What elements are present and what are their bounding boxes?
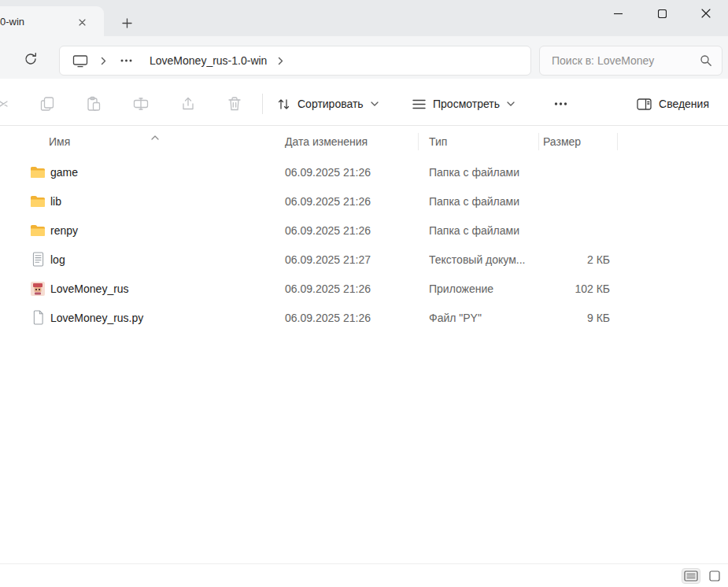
folder-icon <box>30 166 46 179</box>
column-header-type[interactable]: Тип <box>429 126 447 157</box>
file-icon <box>30 310 46 326</box>
command-toolbar: Сортировать Просмотреть Сведения <box>0 79 728 126</box>
explorer-tab[interactable]: 0-win <box>0 6 104 36</box>
sort-label: Сортировать <box>297 98 364 110</box>
file-row[interactable]: log 06.09.2025 21:27 Текстовый докум... … <box>0 245 728 274</box>
file-date-modified: 06.09.2025 21:26 <box>285 282 371 295</box>
breadcrumb-ellipsis-button[interactable] <box>117 54 135 67</box>
close-icon <box>79 19 86 26</box>
file-icon <box>30 164 46 180</box>
file-icon <box>30 223 46 238</box>
rename-button[interactable] <box>127 90 155 118</box>
more-options-button[interactable] <box>546 90 575 118</box>
details-view-toggle[interactable] <box>682 569 700 583</box>
maximize-icon <box>658 9 667 18</box>
column-headers: Имя Дата изменения Тип Размер <box>0 126 728 157</box>
file-row[interactable]: lib 06.09.2025 21:26 Папка с файлами <box>0 186 728 216</box>
ellipsis-icon <box>554 102 567 105</box>
search-input[interactable] <box>540 46 697 75</box>
address-bar[interactable]: LoveMoney_rus-1.0-win <box>59 46 531 76</box>
file-type: Приложение <box>429 282 493 295</box>
file-type: Папка с файлами <box>429 195 519 208</box>
details-pane-button[interactable]: Сведения <box>627 90 719 118</box>
rename-icon <box>133 96 149 112</box>
file-date-modified: 06.09.2025 21:26 <box>285 312 371 324</box>
refresh-button[interactable] <box>17 46 44 72</box>
search-icon[interactable] <box>700 54 712 70</box>
column-separator[interactable] <box>418 133 419 150</box>
maximize-button[interactable] <box>640 0 684 27</box>
file-list: game 06.09.2025 21:26 Папка с файлами <box>0 157 728 332</box>
sort-button[interactable]: Сортировать <box>268 90 388 118</box>
status-bar <box>0 563 728 587</box>
toolbar-divider <box>262 94 263 114</box>
trash-icon <box>227 96 242 112</box>
folder-icon <box>30 224 46 237</box>
file-type: Папка с файлами <box>429 224 519 237</box>
minimize-button[interactable] <box>596 0 640 27</box>
details-label: Сведения <box>659 98 709 110</box>
file-row[interactable]: LoveMoney_rus.py 06.09.2025 21:26 Файл "… <box>0 303 728 332</box>
tab-title: 0-win <box>0 16 24 28</box>
window-titlebar: 0-win <box>0 0 728 36</box>
ellipsis-icon <box>120 59 132 62</box>
file-name: lib <box>50 195 61 208</box>
minimize-icon <box>614 9 623 18</box>
view-button[interactable]: Просмотреть <box>403 90 524 118</box>
breadcrumb-current-folder[interactable]: LoveMoney_rus-1.0-win <box>148 50 268 71</box>
window-controls <box>596 0 728 27</box>
file-icon <box>30 252 46 268</box>
share-button[interactable] <box>174 90 202 118</box>
this-pc-icon[interactable] <box>72 54 88 68</box>
view-list-icon <box>412 99 426 109</box>
file-row[interactable]: game 06.09.2025 21:26 Папка с файлами <box>0 157 728 186</box>
cut-button[interactable] <box>0 90 16 118</box>
text-file-icon <box>32 252 44 267</box>
thumbnails-view-icon <box>709 570 720 581</box>
view-label: Просмотреть <box>433 98 500 110</box>
details-view-icon <box>684 570 698 581</box>
file-name: LoveMoney_rus <box>50 282 129 295</box>
file-size: 102 КБ <box>539 282 610 295</box>
close-icon <box>701 9 711 18</box>
chevron-right-icon[interactable] <box>101 57 106 65</box>
file-date-modified: 06.09.2025 21:26 <box>285 166 371 179</box>
chevron-down-icon <box>507 102 515 106</box>
file-date-modified: 06.09.2025 21:26 <box>285 224 371 237</box>
view-toggles <box>682 569 722 583</box>
file-date-modified: 06.09.2025 21:27 <box>285 253 371 266</box>
column-header-name[interactable]: Имя <box>49 126 70 157</box>
folder-icon <box>30 195 46 208</box>
plus-icon <box>122 18 132 28</box>
copy-button[interactable] <box>33 90 61 118</box>
file-row[interactable]: renpy 06.09.2025 21:26 Папка с файлами <box>0 216 728 245</box>
file-size: 2 КБ <box>539 253 610 266</box>
file-type: Папка с файлами <box>429 166 519 179</box>
tab-close-button[interactable] <box>74 14 90 30</box>
paste-icon <box>86 96 102 112</box>
search-box <box>539 46 722 76</box>
column-header-size[interactable]: Размер <box>543 126 581 157</box>
sort-ascending-caret-icon <box>151 129 159 143</box>
monitor-icon <box>72 54 88 68</box>
copy-icon <box>39 96 55 112</box>
column-header-date[interactable]: Дата изменения <box>285 126 368 157</box>
column-separator[interactable] <box>617 133 618 150</box>
scissors-icon <box>0 96 9 112</box>
delete-button[interactable] <box>220 90 249 118</box>
share-icon <box>180 96 196 112</box>
thumbnails-view-toggle[interactable] <box>708 569 722 583</box>
chevron-right-icon[interactable] <box>278 57 283 65</box>
file-date-modified: 06.09.2025 21:26 <box>285 195 371 208</box>
column-separator[interactable] <box>538 133 539 150</box>
refresh-icon <box>24 52 38 66</box>
file-icon <box>30 194 46 209</box>
close-button[interactable] <box>684 0 728 27</box>
new-tab-button[interactable] <box>116 13 137 33</box>
file-row[interactable]: LoveMoney_rus 06.09.2025 21:26 Приложени… <box>0 274 728 303</box>
sort-icon <box>277 98 290 111</box>
chevron-down-icon <box>371 102 379 106</box>
details-pane-icon <box>637 98 652 110</box>
paste-button[interactable] <box>79 90 108 118</box>
file-name: log <box>50 253 65 266</box>
